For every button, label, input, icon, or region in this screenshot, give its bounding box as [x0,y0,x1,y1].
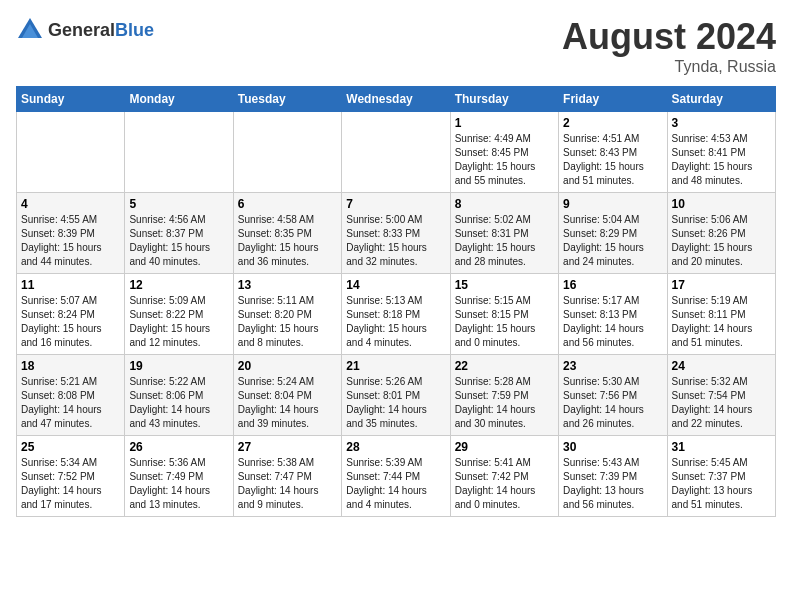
day-number: 30 [563,440,662,454]
table-row: 16Sunrise: 5:17 AM Sunset: 8:13 PM Dayli… [559,274,667,355]
table-row: 26Sunrise: 5:36 AM Sunset: 7:49 PM Dayli… [125,436,233,517]
day-detail: Sunrise: 4:53 AM Sunset: 8:41 PM Dayligh… [672,132,771,188]
day-number: 4 [21,197,120,211]
day-number: 9 [563,197,662,211]
day-number: 27 [238,440,337,454]
day-detail: Sunrise: 5:17 AM Sunset: 8:13 PM Dayligh… [563,294,662,350]
day-number: 23 [563,359,662,373]
day-detail: Sunrise: 5:26 AM Sunset: 8:01 PM Dayligh… [346,375,445,431]
header-tuesday: Tuesday [233,87,341,112]
day-number: 18 [21,359,120,373]
day-number: 8 [455,197,554,211]
calendar-week-row: 11Sunrise: 5:07 AM Sunset: 8:24 PM Dayli… [17,274,776,355]
day-number: 19 [129,359,228,373]
day-detail: Sunrise: 5:41 AM Sunset: 7:42 PM Dayligh… [455,456,554,512]
day-detail: Sunrise: 4:49 AM Sunset: 8:45 PM Dayligh… [455,132,554,188]
day-detail: Sunrise: 5:07 AM Sunset: 8:24 PM Dayligh… [21,294,120,350]
calendar-table: Sunday Monday Tuesday Wednesday Thursday… [16,86,776,517]
day-detail: Sunrise: 5:45 AM Sunset: 7:37 PM Dayligh… [672,456,771,512]
table-row: 30Sunrise: 5:43 AM Sunset: 7:39 PM Dayli… [559,436,667,517]
table-row: 27Sunrise: 5:38 AM Sunset: 7:47 PM Dayli… [233,436,341,517]
table-row: 31Sunrise: 5:45 AM Sunset: 7:37 PM Dayli… [667,436,775,517]
day-detail: Sunrise: 5:30 AM Sunset: 7:56 PM Dayligh… [563,375,662,431]
table-row: 25Sunrise: 5:34 AM Sunset: 7:52 PM Dayli… [17,436,125,517]
day-detail: Sunrise: 5:32 AM Sunset: 7:54 PM Dayligh… [672,375,771,431]
header-friday: Friday [559,87,667,112]
table-row: 18Sunrise: 5:21 AM Sunset: 8:08 PM Dayli… [17,355,125,436]
day-detail: Sunrise: 5:38 AM Sunset: 7:47 PM Dayligh… [238,456,337,512]
day-detail: Sunrise: 5:22 AM Sunset: 8:06 PM Dayligh… [129,375,228,431]
header-thursday: Thursday [450,87,558,112]
day-detail: Sunrise: 5:24 AM Sunset: 8:04 PM Dayligh… [238,375,337,431]
header-sunday: Sunday [17,87,125,112]
table-row: 20Sunrise: 5:24 AM Sunset: 8:04 PM Dayli… [233,355,341,436]
table-row: 12Sunrise: 5:09 AM Sunset: 8:22 PM Dayli… [125,274,233,355]
day-number: 13 [238,278,337,292]
day-detail: Sunrise: 5:21 AM Sunset: 8:08 PM Dayligh… [21,375,120,431]
table-row: 13Sunrise: 5:11 AM Sunset: 8:20 PM Dayli… [233,274,341,355]
calendar-week-row: 18Sunrise: 5:21 AM Sunset: 8:08 PM Dayli… [17,355,776,436]
day-number: 15 [455,278,554,292]
table-row: 17Sunrise: 5:19 AM Sunset: 8:11 PM Dayli… [667,274,775,355]
logo-general-text: General [48,20,115,40]
table-row: 19Sunrise: 5:22 AM Sunset: 8:06 PM Dayli… [125,355,233,436]
day-number: 10 [672,197,771,211]
day-detail: Sunrise: 5:11 AM Sunset: 8:20 PM Dayligh… [238,294,337,350]
table-row [342,112,450,193]
calendar-title: August 2024 [562,16,776,58]
day-detail: Sunrise: 5:09 AM Sunset: 8:22 PM Dayligh… [129,294,228,350]
day-number: 31 [672,440,771,454]
table-row: 9Sunrise: 5:04 AM Sunset: 8:29 PM Daylig… [559,193,667,274]
day-number: 3 [672,116,771,130]
table-row [17,112,125,193]
day-number: 1 [455,116,554,130]
day-number: 28 [346,440,445,454]
table-row: 21Sunrise: 5:26 AM Sunset: 8:01 PM Dayli… [342,355,450,436]
day-number: 22 [455,359,554,373]
calendar-week-row: 4Sunrise: 4:55 AM Sunset: 8:39 PM Daylig… [17,193,776,274]
table-row: 29Sunrise: 5:41 AM Sunset: 7:42 PM Dayli… [450,436,558,517]
header-saturday: Saturday [667,87,775,112]
table-row: 7Sunrise: 5:00 AM Sunset: 8:33 PM Daylig… [342,193,450,274]
day-detail: Sunrise: 5:36 AM Sunset: 7:49 PM Dayligh… [129,456,228,512]
day-number: 29 [455,440,554,454]
day-detail: Sunrise: 4:58 AM Sunset: 8:35 PM Dayligh… [238,213,337,269]
day-number: 6 [238,197,337,211]
weekday-header-row: Sunday Monday Tuesday Wednesday Thursday… [17,87,776,112]
title-block: August 2024 Tynda, Russia [562,16,776,76]
header-monday: Monday [125,87,233,112]
day-detail: Sunrise: 5:15 AM Sunset: 8:15 PM Dayligh… [455,294,554,350]
table-row [125,112,233,193]
day-number: 25 [21,440,120,454]
day-number: 14 [346,278,445,292]
day-detail: Sunrise: 5:00 AM Sunset: 8:33 PM Dayligh… [346,213,445,269]
day-detail: Sunrise: 4:56 AM Sunset: 8:37 PM Dayligh… [129,213,228,269]
calendar-location: Tynda, Russia [562,58,776,76]
table-row: 15Sunrise: 5:15 AM Sunset: 8:15 PM Dayli… [450,274,558,355]
table-row [233,112,341,193]
header-wednesday: Wednesday [342,87,450,112]
logo: GeneralBlue [16,16,154,44]
day-detail: Sunrise: 5:34 AM Sunset: 7:52 PM Dayligh… [21,456,120,512]
day-detail: Sunrise: 5:04 AM Sunset: 8:29 PM Dayligh… [563,213,662,269]
table-row: 14Sunrise: 5:13 AM Sunset: 8:18 PM Dayli… [342,274,450,355]
day-detail: Sunrise: 5:13 AM Sunset: 8:18 PM Dayligh… [346,294,445,350]
table-row: 10Sunrise: 5:06 AM Sunset: 8:26 PM Dayli… [667,193,775,274]
day-number: 21 [346,359,445,373]
day-detail: Sunrise: 5:19 AM Sunset: 8:11 PM Dayligh… [672,294,771,350]
day-detail: Sunrise: 5:39 AM Sunset: 7:44 PM Dayligh… [346,456,445,512]
day-number: 11 [21,278,120,292]
day-number: 7 [346,197,445,211]
calendar-week-row: 1Sunrise: 4:49 AM Sunset: 8:45 PM Daylig… [17,112,776,193]
day-detail: Sunrise: 5:02 AM Sunset: 8:31 PM Dayligh… [455,213,554,269]
day-number: 12 [129,278,228,292]
table-row: 4Sunrise: 4:55 AM Sunset: 8:39 PM Daylig… [17,193,125,274]
table-row: 3Sunrise: 4:53 AM Sunset: 8:41 PM Daylig… [667,112,775,193]
table-row: 6Sunrise: 4:58 AM Sunset: 8:35 PM Daylig… [233,193,341,274]
table-row: 1Sunrise: 4:49 AM Sunset: 8:45 PM Daylig… [450,112,558,193]
day-number: 17 [672,278,771,292]
table-row: 24Sunrise: 5:32 AM Sunset: 7:54 PM Dayli… [667,355,775,436]
table-row: 11Sunrise: 5:07 AM Sunset: 8:24 PM Dayli… [17,274,125,355]
day-detail: Sunrise: 5:43 AM Sunset: 7:39 PM Dayligh… [563,456,662,512]
table-row: 2Sunrise: 4:51 AM Sunset: 8:43 PM Daylig… [559,112,667,193]
